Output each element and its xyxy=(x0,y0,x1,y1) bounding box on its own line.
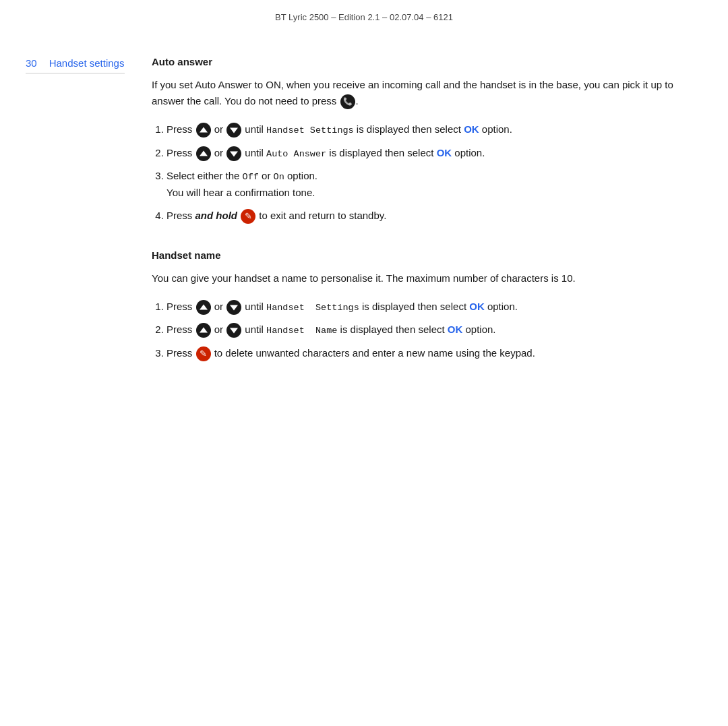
handset-name-steps: Press or until Handset Settings is displ… xyxy=(152,299,688,361)
hn-step-1: Press or until Handset Settings is displ… xyxy=(166,299,688,315)
step-3: Select either the Off or On option. You … xyxy=(166,168,688,201)
down-arrow-icon-1 xyxy=(226,123,241,138)
down-arrow-icon-4 xyxy=(226,323,241,338)
down-arrow-icon-2 xyxy=(226,146,241,161)
page-header: BT Lyric 2500 – Edition 2.1 – 02.07.04 –… xyxy=(0,0,728,29)
sidebar: 30 Handset settings xyxy=(0,56,125,387)
step-2: Press or until Auto Answer is displayed … xyxy=(166,145,688,162)
hn-step-3: Press to delete unwanted characters and … xyxy=(166,345,688,361)
auto-answer-section: Auto answer If you set Auto Answer to ON… xyxy=(152,56,688,224)
hn-step-2: Press or until Handset Name is displayed… xyxy=(166,322,688,338)
down-arrow-icon-3 xyxy=(226,300,241,315)
up-arrow-icon-2 xyxy=(196,146,211,161)
step-1: Press or until Handset Settings is displ… xyxy=(166,121,688,138)
edit-icon xyxy=(196,346,211,361)
end-call-icon xyxy=(241,209,255,224)
handset-name-intro: You can give your handset a name to pers… xyxy=(152,270,688,286)
auto-answer-intro: If you set Auto Answer to ON, when you r… xyxy=(152,77,688,109)
header-text: BT Lyric 2500 – Edition 2.1 – 02.07.04 –… xyxy=(0,0,728,29)
step-4: Press and hold to exit and return to sta… xyxy=(166,208,688,224)
auto-answer-steps: Press or until Handset Settings is displ… xyxy=(152,121,688,224)
handset-name-heading: Handset name xyxy=(152,249,688,261)
section-title: Handset settings xyxy=(49,57,125,69)
up-arrow-icon-4 xyxy=(196,323,211,338)
handset-name-section: Handset name You can give your handset a… xyxy=(152,249,688,361)
up-arrow-icon-3 xyxy=(196,300,211,315)
auto-answer-heading: Auto answer xyxy=(152,56,688,67)
page-number: 30 xyxy=(26,57,37,69)
phone-icon xyxy=(340,94,355,109)
content-area: Auto answer If you set Auto Answer to ON… xyxy=(125,56,728,387)
up-arrow-icon-1 xyxy=(196,123,211,138)
divider xyxy=(26,73,125,73)
